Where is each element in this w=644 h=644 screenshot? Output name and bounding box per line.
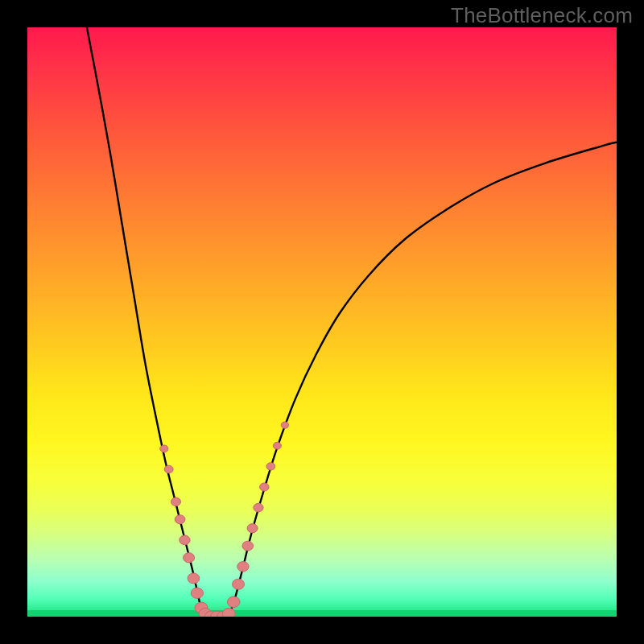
curve-marker bbox=[188, 573, 200, 584]
curve-marker bbox=[164, 465, 173, 473]
curve-marker bbox=[242, 541, 254, 551]
curve-marker bbox=[281, 422, 288, 428]
marker-group bbox=[160, 422, 289, 617]
curve-marker bbox=[191, 588, 203, 598]
curve-marker bbox=[247, 524, 258, 533]
curve-marker bbox=[254, 503, 263, 512]
chart-frame: TheBottleneck.com bbox=[0, 0, 644, 644]
curve-marker bbox=[171, 497, 180, 506]
curve-marker bbox=[227, 597, 240, 608]
watermark-text: TheBottleneck.com bbox=[451, 3, 633, 28]
left-curve bbox=[87, 27, 202, 616]
curve-overlay bbox=[27, 27, 617, 617]
curve-marker bbox=[180, 535, 190, 545]
curve-marker bbox=[233, 579, 245, 589]
curve-marker bbox=[266, 463, 275, 470]
curve-marker bbox=[184, 553, 195, 563]
curve-marker bbox=[237, 562, 249, 572]
curve-marker bbox=[273, 442, 281, 449]
plot-area bbox=[27, 27, 617, 617]
right-curve bbox=[229, 142, 617, 616]
curve-marker bbox=[160, 445, 168, 452]
curve-marker bbox=[175, 515, 185, 524]
curve-marker bbox=[260, 483, 270, 491]
curve-marker bbox=[222, 608, 235, 617]
